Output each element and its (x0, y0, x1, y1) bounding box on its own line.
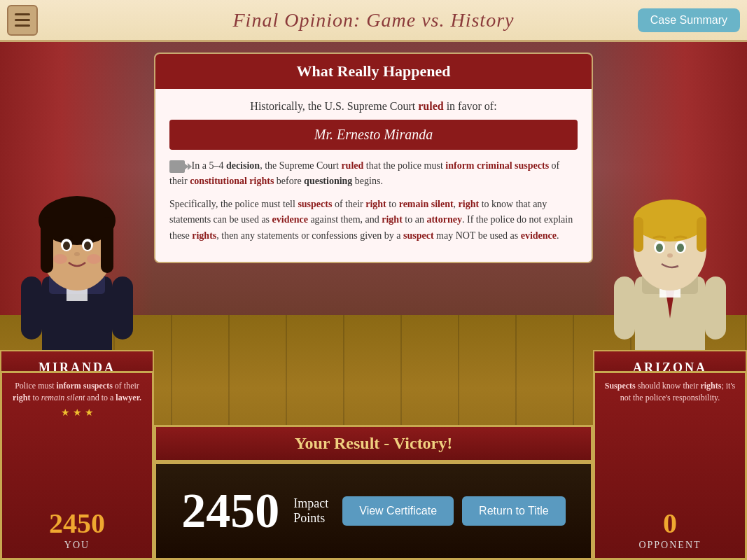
menu-button[interactable] (7, 5, 38, 36)
svg-point-9 (63, 241, 70, 250)
wrh-header: What Really Happened (155, 54, 592, 89)
wrh-body: Historically, the U.S. Supreme Court rul… (155, 89, 592, 262)
decision-text: decision (226, 160, 260, 171)
paragraph-2: Specifically, the police must tell suspe… (169, 197, 578, 244)
right-text-3: right (382, 214, 403, 225)
evidence-text-1: evidence (272, 214, 308, 225)
svg-rect-14 (21, 276, 42, 340)
svg-rect-5 (41, 217, 53, 273)
questioning-text: questioning (304, 176, 352, 186)
impact-score-display: 2450 (181, 486, 279, 536)
impact-label-line2: Points (293, 511, 328, 526)
main-content: What Really Happened Historically, the U… (154, 46, 593, 263)
historically-text: Historically, the U.S. Supreme Court rul… (169, 100, 578, 113)
evidence-text-2: evidence (521, 230, 557, 241)
page-title: Final Opinion: Game vs. History (233, 9, 515, 31)
player-score: 2450 (49, 507, 105, 540)
svg-rect-30 (705, 276, 726, 340)
impact-label-line1: Impact (293, 496, 328, 511)
svg-rect-23 (697, 217, 706, 252)
menu-line-2 (15, 19, 30, 21)
svg-rect-29 (614, 276, 635, 340)
svg-rect-22 (634, 217, 643, 252)
suspect-text: suspect (403, 230, 434, 241)
menu-line-1 (15, 13, 30, 15)
svg-point-26 (656, 244, 663, 252)
rights-text: rights (192, 230, 216, 241)
svg-point-10 (84, 241, 91, 250)
miranda-position-text: Police must inform suspects of their rig… (9, 380, 145, 404)
right-text-2: right (459, 199, 480, 209)
inform-text: inform criminal suspects (445, 160, 549, 171)
score-panel-left: Police must inform suspects of their rig… (0, 371, 154, 560)
svg-rect-6 (101, 217, 113, 273)
sound-icon[interactable] (169, 160, 185, 173)
ruling-box: Mr. Ernesto Miranda (169, 120, 578, 150)
miranda-character (7, 164, 147, 382)
paragraph-1: In a 5–4 decision, the Supreme Court rul… (169, 158, 578, 190)
ruled-text-2: ruled (341, 160, 363, 171)
svg-rect-15 (112, 276, 133, 340)
arizona-character (600, 164, 740, 382)
constitutional-rights-text: constitutional rights (190, 176, 274, 186)
what-really-happened-card: What Really Happened Historically, the U… (154, 52, 593, 263)
result-banner: Your Result - Victory! (154, 425, 593, 462)
bottom-bar: 2450 Impact Points View Certificate Retu… (154, 462, 593, 560)
svg-point-11 (74, 252, 80, 256)
remain-silent-text: remain silent (399, 199, 454, 209)
attorney-text: attorney (426, 214, 462, 225)
svg-point-12 (53, 254, 67, 264)
ruled-text: ruled (418, 100, 443, 112)
svg-point-27 (677, 244, 684, 252)
impact-label: Impact Points (293, 496, 328, 526)
svg-point-28 (667, 253, 673, 258)
result-title: Your Result - Victory! (163, 434, 584, 453)
view-certificate-button[interactable]: View Certificate (342, 496, 454, 526)
return-to-title-button[interactable]: Return to Title (462, 496, 566, 526)
miranda-stars: ★ ★ ★ (61, 407, 94, 419)
score-panel-right: Suspects should know their rights; it's … (593, 371, 747, 560)
action-buttons: View Certificate Return to Title (342, 496, 565, 526)
svg-point-13 (87, 254, 101, 264)
menu-line-3 (15, 24, 30, 27)
opponent-score: 0 (663, 507, 677, 540)
suspects-text: suspects (298, 199, 332, 209)
player-label: YOU (64, 540, 90, 551)
right-text-1: right (365, 199, 386, 209)
header-bar: Final Opinion: Game vs. History Case Sum… (0, 0, 747, 42)
svg-point-21 (634, 200, 706, 241)
arizona-position-text: Suspects should know their rights; it's … (602, 380, 738, 404)
case-summary-button[interactable]: Case Summary (638, 8, 740, 32)
opponent-label: OPPONENT (638, 540, 701, 551)
